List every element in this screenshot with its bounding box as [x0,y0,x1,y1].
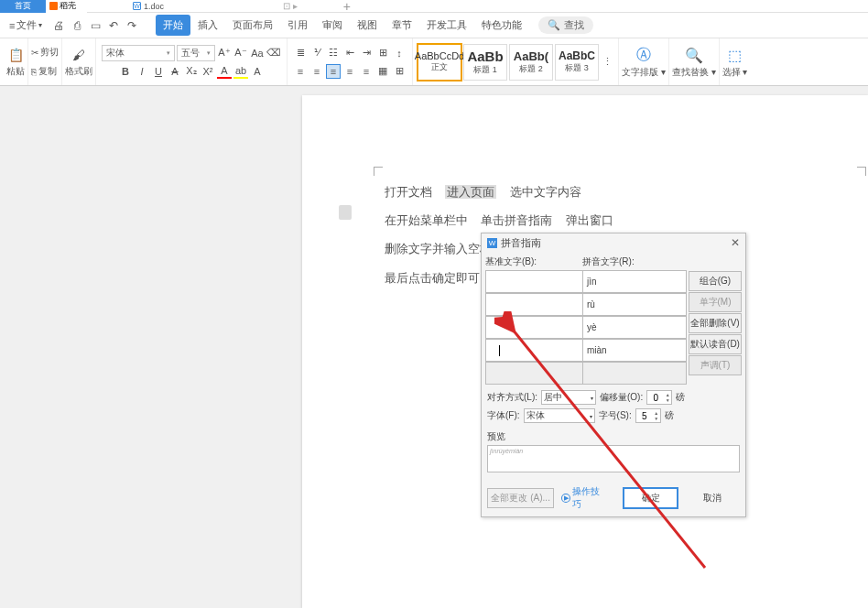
style-h2[interactable]: AaBb(标题 2 [509,44,553,81]
qat-print-icon[interactable]: ⎙ [70,18,84,33]
indent-left-button[interactable]: ⇤ [342,46,357,60]
ruby-cell[interactable]: yè [582,316,687,339]
change-case-button[interactable]: Aa [250,46,265,60]
clear-format-button[interactable]: ⌫ [266,46,281,60]
text-span: 在开始菜单栏中 [385,213,468,227]
tab-devtools[interactable]: 开发工具 [419,15,474,36]
fmt-painter-icon[interactable]: 🖌 [70,46,88,64]
copy-button[interactable]: ⎘复制 [31,62,59,81]
fmt-painter-button[interactable]: 格式刷 [65,65,92,78]
group-button[interactable]: 组合(G) [689,271,742,291]
ruby-cell[interactable]: rù [582,293,687,316]
file-menu[interactable]: ≡ 文件 ▾ [4,16,48,34]
tab-references[interactable]: 引用 [280,15,315,36]
default-button[interactable]: 默认读音(D) [689,334,742,354]
clearall-button[interactable]: 全部删除(V) [689,313,742,333]
base-cell[interactable] [485,270,582,293]
tone-button[interactable]: 声调(T) [689,355,742,375]
ruby-cell[interactable] [582,362,687,385]
ruby-cell[interactable]: jìn [582,270,687,293]
strike-button[interactable]: A [168,64,182,79]
highlight-button[interactable]: ab [233,64,248,79]
tab-special[interactable]: 特色功能 [474,15,529,36]
tab-review[interactable]: 审阅 [315,15,350,36]
offset-spinner[interactable]: ▲▼ [646,390,672,405]
underline-button[interactable]: U [151,64,166,79]
paste-icon[interactable]: 📋 [6,46,25,64]
qat-preview-icon[interactable]: ▭ [88,18,103,33]
style-normal[interactable]: AaBbCcDd正文 [418,44,461,81]
number-list-button[interactable]: ⅟ [309,46,324,60]
qat-undo-icon[interactable]: ↶ [106,18,121,33]
page-icon [339,205,352,220]
dialog-titlebar[interactable]: W拼音指南 ✕ [482,233,745,252]
changeall-button[interactable]: 全部更改 (A)... [487,488,554,508]
sup-button[interactable]: X² [201,64,215,79]
style-h1[interactable]: AaBb标题 1 [463,44,507,81]
multi-list-button[interactable]: ☷ [326,46,341,60]
base-cell[interactable] [485,293,582,316]
find-replace-button[interactable]: 查找替换 ▾ [672,66,716,79]
search-box[interactable]: 🔍查找 [538,16,593,34]
grow-font-button[interactable]: A⁺ [217,46,232,60]
text-layout-button[interactable]: 文字排版 ▾ [622,66,666,79]
align-center-button[interactable]: ≡ [309,64,324,79]
copy-icon: ⎘ [31,67,37,77]
close-icon[interactable]: ✕ [731,236,740,249]
shrink-font-button[interactable]: A⁻ [233,46,248,60]
base-cell-active[interactable] [485,339,582,362]
tab-new[interactable]: + [343,0,351,14]
tab-button[interactable]: ⊞ [375,46,390,60]
border-button[interactable]: ⊞ [392,64,407,79]
offset-input[interactable] [647,393,664,403]
select-button[interactable]: 选择 ▾ [722,66,748,79]
sub-button[interactable]: X₂ [184,64,199,79]
align-justify-button[interactable]: ≡ [342,64,357,79]
italic-button[interactable]: I [135,64,149,79]
ok-button[interactable]: 确定 [624,488,678,508]
font-select[interactable]: 宋体▾ [524,408,595,423]
font-name-select[interactable]: 宋体▾ [102,45,175,61]
font-size-select[interactable]: 五号▾ [177,45,215,61]
tab-view[interactable]: 视图 [350,15,385,36]
unit-label: 磅 [676,391,685,404]
style-h3[interactable]: AaBbC标题 3 [555,44,599,81]
text-layout-icon[interactable]: Ⓐ [634,45,654,65]
align-right-button[interactable]: ≡ [326,64,341,79]
base-cell[interactable] [485,316,582,339]
select-icon[interactable]: ⬚ [724,45,744,65]
qat-redo-icon[interactable]: ↷ [125,18,139,33]
tab-kdocs[interactable]: 稻壳 [46,0,87,13]
size-input[interactable] [636,411,653,421]
qat-save-icon[interactable]: 🖨 [51,18,66,33]
indent-right-button[interactable]: ⇥ [359,46,374,60]
font-color-button[interactable]: A [217,64,232,79]
tab-home[interactable]: 首页 [0,0,46,13]
paste-button[interactable]: 粘贴 [6,65,25,78]
size-spinner[interactable]: ▲▼ [635,408,661,423]
menu-tabs: 开始 插入 页面布局 引用 审阅 视图 章节 开发工具 特色功能 [156,15,529,36]
cut-button[interactable]: ✂剪切 [31,43,59,61]
align-select[interactable]: 居中▾ [541,390,596,405]
tab-document[interactable]: W1.doc [133,2,164,11]
base-cell[interactable] [485,362,582,385]
align-dist-button[interactable]: ≡ [359,64,374,79]
style-more-button[interactable]: ⋮ [600,55,614,70]
tab-start[interactable]: 开始 [156,15,190,36]
single-button[interactable]: 单字(M) [689,292,742,312]
text-span: 弹出窗口 [566,213,613,227]
bold-button[interactable]: B [118,64,133,79]
tab-insert[interactable]: 插入 [190,15,225,36]
tab-pagelayout[interactable]: 页面布局 [225,15,280,36]
cancel-button[interactable]: 取消 [685,488,740,508]
tips-link[interactable]: ▶操作技巧 [561,485,609,511]
linespacing-button[interactable]: ↕ [392,46,407,60]
shading-button[interactable]: ▦ [375,64,390,79]
bullet-list-button[interactable]: ≣ [293,46,308,60]
find-icon[interactable]: 🔍 [684,45,704,65]
tab-section[interactable]: 章节 [385,15,419,36]
tab-pin[interactable]: ⊡ ▸ [283,1,298,11]
char-border-button[interactable]: A [250,64,265,79]
ruby-cell[interactable]: miàn [582,339,687,362]
align-left-button[interactable]: ≡ [293,64,308,79]
